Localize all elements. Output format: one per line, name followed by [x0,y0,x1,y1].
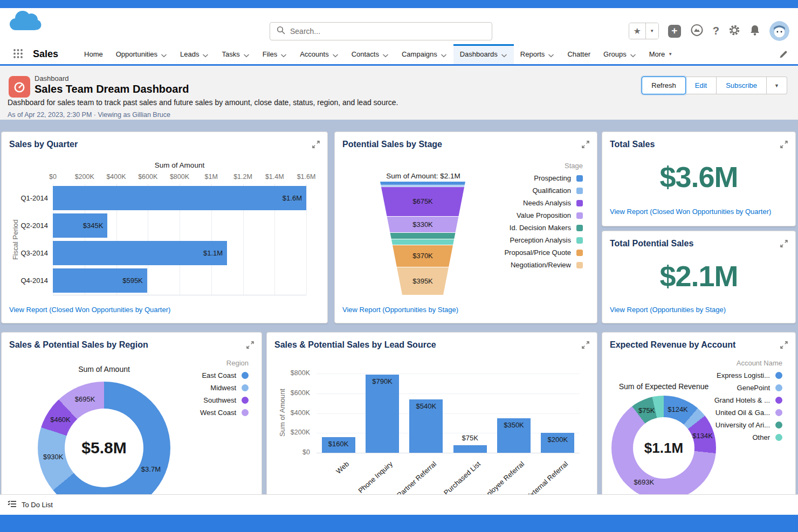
tab-dashboards[interactable]: Dashboards [453,44,514,64]
tab-opportunities[interactable]: Opportunities [109,44,174,64]
subscribe-button[interactable]: Subscribe [717,77,767,94]
x-axis-tick: $200K [70,173,100,181]
chevron-down-icon [161,51,167,59]
chart-axis-title: Sum of Expected Revenue [604,382,723,391]
legend-label: United Oil & Ga... [716,409,770,417]
legend-item: Midwest [210,382,249,394]
expand-icon[interactable] [312,141,320,150]
legend-item: Value Proposition [517,209,583,222]
gridline [317,413,580,414]
legend-title: Stage [565,159,583,172]
legend-label: Value Proposition [517,211,571,219]
search-input[interactable] [290,27,485,36]
help-icon[interactable]: ? [713,25,719,37]
pencil-icon[interactable] [779,50,788,61]
legend-swatch-icon [242,372,249,379]
favorites-caret-icon[interactable]: ▼ [646,23,658,39]
legend-swatch-icon [242,384,249,391]
legend-label: Midwest [210,384,236,392]
tab-label: Leads [180,50,199,58]
tab-accounts[interactable]: Accounts [293,44,345,64]
expand-icon[interactable] [246,341,254,351]
setup-gear-icon[interactable] [728,24,740,38]
legend-label: Id. Decision Makers [510,224,571,232]
funnel-value-label: $370K [380,252,466,260]
expand-icon[interactable] [780,240,788,250]
view-report-link[interactable]: View Report (Closed Won Opportunities by… [9,306,170,314]
bar-value-label: $595K [99,277,143,285]
chart-axis-title: Sum of Amount [37,365,171,374]
tab-label: Tasks [222,50,239,58]
todo-list-bar[interactable]: To Do List [0,494,798,515]
tab-tasks[interactable]: Tasks [215,44,256,64]
legend-swatch-icon [775,397,782,404]
app-navigation: Sales HomeOpportunitiesLeadsTasksFilesAc… [0,44,798,66]
bar-value-label: $160K [316,440,361,448]
funnel-segment [390,233,456,239]
legend-swatch-icon [242,397,249,404]
dashboard-icon [9,76,30,98]
expand-icon[interactable] [780,141,788,150]
trailhead-icon[interactable] [690,24,704,39]
y-axis-tick: $400K [284,409,310,417]
view-report-link[interactable]: View Report (Opportunities by Stage) [610,306,726,314]
legend-swatch-icon [576,237,583,244]
donut-segment-label: $124K [661,405,695,413]
card-potential-sales-by-stage: Potential Sales by Stage Sum of Amount: … [334,132,597,323]
tab-contacts[interactable]: Contacts [345,44,395,64]
dashboard-canvas: Sales by Quarter Sum of Amount$0$200K$40… [0,120,798,494]
app-launcher-icon[interactable] [13,49,23,64]
card-sales-by-quarter: Sales by Quarter Sum of Amount$0$200K$40… [1,132,328,323]
tab-label: Campaigns [402,50,437,58]
chevron-down-icon [382,51,389,59]
tab-campaigns[interactable]: Campaigns [395,44,453,64]
tab-files[interactable]: Files [256,44,293,64]
todo-list-icon [8,500,17,509]
legend-swatch-icon [576,200,583,206]
expand-icon[interactable] [582,141,589,150]
funnel-segment [391,239,454,245]
card-sales-by-region: Sales & Potential Sales by Region Sum of… [1,332,262,494]
legend-swatch-icon [775,409,782,416]
tab-more[interactable]: More▼ [643,44,679,64]
tab-reports[interactable]: Reports [514,44,561,64]
tab-label: Reports [520,50,545,58]
view-report-link[interactable]: View Report (Opportunities by Stage) [342,306,458,314]
legend-label: Prospecting [534,174,571,182]
tab-leads[interactable]: Leads [174,44,215,64]
legend-item: Prospecting [534,172,583,184]
legend-swatch-icon [775,372,782,379]
dashboard-actions: Refresh Edit Subscribe ▼ [642,77,787,94]
bottom-brand-bar [0,515,798,532]
global-search[interactable] [270,22,492,40]
card-title: Sales by Quarter [9,140,78,149]
favorites-star-icon[interactable]: ★ [629,23,646,39]
gridline [317,453,580,453]
legend-label: East Coast [202,371,236,379]
donut-center-value: $5.8M [81,439,126,457]
notifications-bell-icon[interactable] [749,24,760,38]
card-title: Sales & Potential Sales by Lead Source [274,340,436,350]
refresh-button[interactable]: Refresh [642,77,686,94]
favorites-control[interactable]: ★ ▼ [629,23,659,39]
chevron-down-icon [202,51,209,59]
funnel-subtitle: Sum of Amount: $2.1M [355,172,491,180]
tab-chatter[interactable]: Chatter [561,44,597,64]
legend-label: Negotiation/Review [511,261,571,269]
nav-tabs: HomeOpportunitiesLeadsTasksFilesAccounts… [78,44,679,64]
expand-icon[interactable] [780,341,788,351]
view-report-link[interactable]: View Report (Closed Won Opportunities by… [610,208,771,216]
expand-icon[interactable] [582,341,589,351]
card-sales-by-lead-source: Sales & Potential Sales by Lead Source $… [266,332,597,494]
tab-home[interactable]: Home [78,44,109,64]
legend-title: Region [226,356,249,369]
more-actions-button[interactable]: ▼ [767,77,787,94]
edit-button[interactable]: Edit [686,77,717,94]
tab-label: Groups [603,50,627,58]
todo-list-label: To Do List [22,501,53,509]
legend-item: Proposal/Price Quote [504,246,583,259]
add-icon[interactable]: + [668,25,681,38]
funnel-value-label: $395K [380,277,466,285]
tab-groups[interactable]: Groups [597,44,643,64]
avatar[interactable] [769,21,789,41]
